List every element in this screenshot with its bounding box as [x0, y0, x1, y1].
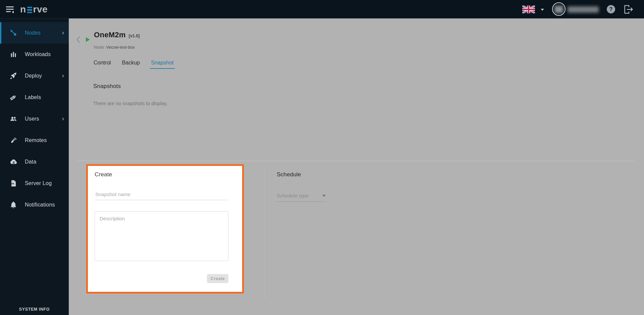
- submenu-chevron-icon: ›: [62, 29, 64, 36]
- horizontal-divider: [77, 161, 634, 161]
- brand-logo-rve: rve: [33, 4, 48, 15]
- sidebar-item-label: Notifications: [25, 202, 55, 208]
- sidebar-item-label: Nodes: [25, 30, 41, 36]
- help-icon[interactable]: ?: [607, 5, 615, 13]
- sidebar-item-label: Users: [25, 116, 39, 122]
- sidebar-item-nodes[interactable]: Nodes ›: [0, 22, 69, 44]
- nodes-icon: [9, 29, 17, 37]
- chevron-down-icon: [322, 195, 326, 197]
- submenu-chevron-icon: ›: [62, 115, 64, 122]
- snapshot-description-textarea[interactable]: [95, 211, 228, 261]
- snapshots-empty-message: There are no snapshots to display.: [93, 101, 167, 106]
- sidebar-item-notifications[interactable]: Notifications: [0, 194, 69, 216]
- sidebar-item-label: Data: [25, 159, 37, 165]
- sidebar-item-labels[interactable]: Labels: [0, 87, 69, 108]
- help-glyph: ?: [609, 6, 613, 12]
- language-dropdown-caret-icon[interactable]: [541, 9, 544, 11]
- brand-logo-e-bars-icon: [27, 7, 32, 13]
- sidebar: Nodes › Workloads: [0, 18, 69, 315]
- app-window: n rve ?: [0, 0, 644, 315]
- node-name: Vecow-test-box: [106, 45, 135, 50]
- sidebar-item-deploy[interactable]: Deploy ›: [0, 65, 69, 87]
- user-avatar[interactable]: [552, 2, 566, 16]
- server-log-document-icon: [9, 179, 17, 187]
- create-snapshot-card: Create Create: [86, 164, 244, 294]
- avatar-initials-blurred: [554, 6, 563, 13]
- node-label: Node:: [94, 45, 105, 50]
- logout-icon[interactable]: [623, 4, 634, 14]
- workload-title-row: OneM2m [v1.0]: [94, 31, 140, 39]
- remotes-icon: [9, 136, 17, 144]
- workload-node-line: Node:Vecow-test-box: [94, 45, 135, 50]
- sidebar-item-label: Labels: [25, 94, 41, 100]
- sidebar-item-users[interactable]: Users ›: [0, 108, 69, 130]
- brand-logo: n rve: [20, 0, 48, 18]
- user-name-blurred: [568, 6, 599, 13]
- system-info-link[interactable]: SYSTEM INFO: [0, 307, 69, 312]
- labels-tag-icon: [9, 93, 17, 101]
- sidebar-item-server-log[interactable]: Server Log: [0, 173, 69, 194]
- create-button-row: Create: [95, 274, 228, 283]
- users-icon: [9, 115, 17, 123]
- sidebar-item-workloads[interactable]: Workloads: [0, 44, 69, 65]
- language-flag-uk-icon[interactable]: [522, 5, 535, 13]
- schedule-type-select[interactable]: Schedule type: [277, 193, 326, 202]
- workload-title: OneM2m: [94, 31, 126, 39]
- sidebar-item-label: Deploy: [25, 73, 42, 79]
- schedule-type-placeholder: Schedule type: [277, 193, 309, 198]
- notifications-bell-icon: [9, 201, 17, 209]
- submenu-chevron-icon: ›: [62, 72, 64, 79]
- sidebar-item-remotes[interactable]: Remotes: [0, 130, 69, 151]
- workloads-icon: [9, 50, 17, 58]
- sidebar-item-label: Server Log: [25, 180, 52, 186]
- create-snapshot-button[interactable]: Create: [207, 274, 228, 283]
- sidebar-item-label: Workloads: [25, 51, 51, 57]
- snapshot-name-input[interactable]: [95, 190, 228, 200]
- main-content: OneM2m [v1.0] Node:Vecow-test-box Contro…: [69, 18, 644, 315]
- tab-bar: Control Backup Snapshot: [93, 60, 175, 69]
- tab-control[interactable]: Control: [93, 60, 112, 69]
- create-card-title: Create: [95, 171, 242, 178]
- sidebar-item-data[interactable]: Data: [0, 151, 69, 173]
- workload-running-play-icon: [86, 37, 90, 42]
- topbar: n rve ?: [0, 0, 644, 18]
- back-chevron-icon[interactable]: [76, 36, 80, 43]
- vertical-divider: [264, 170, 265, 299]
- sidebar-item-label: Remotes: [25, 137, 47, 143]
- menu-toggle-icon[interactable]: [6, 6, 15, 12]
- tab-backup[interactable]: Backup: [121, 60, 141, 69]
- tab-snapshot[interactable]: Snapshot: [150, 60, 175, 69]
- snapshots-heading: Snapshots: [93, 83, 121, 90]
- workload-version: [v1.0]: [129, 34, 140, 38]
- brand-logo-n: n: [20, 4, 26, 15]
- schedule-heading: Schedule: [277, 171, 326, 178]
- schedule-section: Schedule Schedule type: [277, 171, 326, 202]
- data-cloud-icon: [9, 158, 17, 166]
- deploy-rocket-icon: [9, 72, 17, 80]
